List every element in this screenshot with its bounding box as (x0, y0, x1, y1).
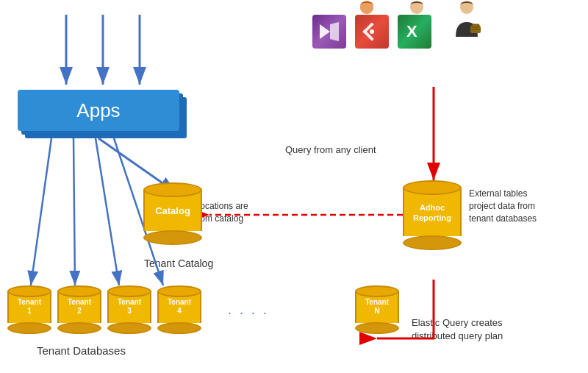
catalog-label: Catalog (145, 205, 201, 217)
excel-icon: X (398, 15, 431, 49)
svg-line-23 (31, 138, 51, 285)
adhoc-bottom (403, 235, 462, 250)
svg-line-25 (96, 138, 119, 285)
tenant-2-cylinder: Tenant2 (57, 285, 101, 334)
svg-marker-7 (320, 24, 330, 39)
catalog-top (143, 182, 202, 197)
apps-box: Apps (18, 90, 179, 131)
catalog-bottom (143, 230, 202, 245)
person-icon-3 (453, 0, 481, 38)
adhoc-top (403, 180, 462, 195)
apps-stack: Apps (18, 90, 179, 131)
svg-rect-5 (472, 24, 479, 27)
tenant-3-cylinder: Tenant3 (107, 285, 151, 334)
tenant-dots: · · · · (228, 305, 269, 321)
tenant-databases-label: Tenant Databases (37, 344, 126, 357)
adhoc-cylinder: AdhocReporting (403, 180, 462, 250)
adhoc-body: AdhocReporting (403, 188, 462, 236)
svg-text:X: X (406, 22, 417, 40)
svg-point-12 (370, 29, 374, 34)
tenant-row: Tenant1 Tenant2 Tenant3 Tenant4 (7, 285, 201, 334)
adhoc-label: AdhocReporting (404, 202, 460, 223)
tools-icon (355, 15, 389, 49)
query-from-client-label: Query from any client (285, 143, 376, 157)
tool-icons-row: X PowerBI (312, 15, 431, 49)
tenant-catalog-label: Tenant Catalog (144, 257, 213, 269)
elastic-query-label: Elastic Query createsdistributed query p… (412, 316, 559, 343)
apps-label: Apps (76, 99, 120, 122)
tenant-1-cylinder: Tenant1 (7, 285, 51, 334)
diagram: X PowerBI Apps Catalog AdhocReporting (0, 0, 588, 373)
svg-line-24 (74, 138, 75, 285)
tenant-4-cylinder: Tenant4 (157, 285, 201, 334)
tenant-n-cylinder: TenantN (355, 285, 399, 334)
visual-studio-icon (312, 15, 346, 49)
catalog-cylinder: Catalog (143, 182, 202, 245)
external-tables-label: External tablesproject data fromtenant d… (469, 188, 587, 224)
svg-marker-8 (330, 22, 339, 41)
